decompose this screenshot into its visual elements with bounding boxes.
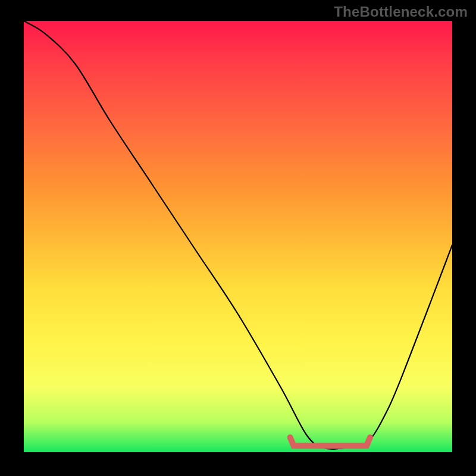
watermark-text: TheBottleneck.com <box>334 4 468 20</box>
chart-svg <box>24 21 452 452</box>
optimal-range-marker <box>290 437 370 446</box>
bottleneck-curve <box>24 21 452 449</box>
plot-area <box>24 21 452 452</box>
chart-frame: TheBottleneck.com <box>0 0 476 476</box>
